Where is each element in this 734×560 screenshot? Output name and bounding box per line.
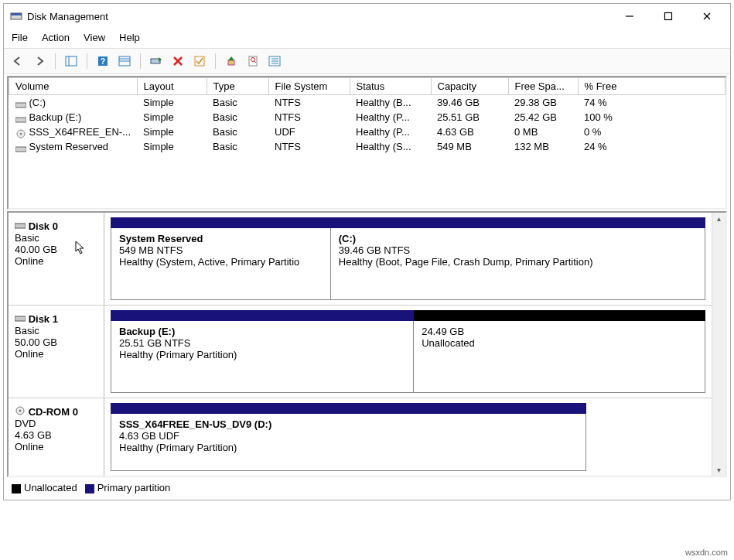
volume-pct: 100 % <box>578 110 725 125</box>
volume-fs: NTFS <box>268 139 350 154</box>
volume-capacity: 25.51 GB <box>431 110 508 125</box>
volume-list-pane: Volume Layout Type File System Status Ca… <box>7 76 727 210</box>
volume-layout: Simple <box>137 110 207 125</box>
svg-rect-31 <box>15 316 26 321</box>
checkbox-icon[interactable] <box>190 52 209 70</box>
col-filesystem[interactable]: File System <box>268 78 350 95</box>
disk-partitions: Backup (E:) 25.51 GB NTFS Healthy (Prima… <box>104 306 712 398</box>
svg-rect-25 <box>15 103 26 108</box>
partition-size: 24.49 GB <box>422 326 697 337</box>
scroll-down-icon[interactable]: ▾ <box>717 466 721 474</box>
partition-dvd[interactable]: SSS_X64FREE_EN-US_DV9 (D:) 4.63 GB UDF H… <box>111 414 585 470</box>
disk-row-cdrom0[interactable]: CD-ROM 0 DVD 4.63 GB Online SSS_X64FREE_… <box>9 398 712 476</box>
volume-pct: 74 % <box>578 95 725 111</box>
legend-unallocated: Unallocated <box>24 482 77 493</box>
partition-c[interactable]: (C:) 39.46 GB NTFS Healthy (Boot, Page F… <box>331 228 705 299</box>
partition-status: Healthy (Boot, Page File, Crash Dump, Pr… <box>339 256 697 268</box>
partition-size: 25.51 GB NTFS <box>119 337 405 349</box>
partition-title: (C:) <box>339 233 697 244</box>
close-button[interactable] <box>696 9 718 24</box>
col-status[interactable]: Status <box>350 78 431 95</box>
table-row[interactable]: Backup (E:) Simple Basic NTFS Healthy (P… <box>9 110 725 125</box>
col-type[interactable]: Type <box>207 78 268 95</box>
volume-capacity: 39.46 GB <box>431 95 508 111</box>
legend-primary: Primary partition <box>97 482 171 493</box>
volume-pct: 0 % <box>578 125 725 139</box>
col-layout[interactable]: Layout <box>137 78 207 95</box>
partition-stripe-primary <box>111 310 414 321</box>
scroll-up-icon[interactable]: ▴ <box>717 214 721 223</box>
disc-icon <box>15 406 26 418</box>
table-row[interactable]: SSS_X64FREE_EN-... Simple Basic UDF Heal… <box>9 125 725 139</box>
volume-capacity: 549 MB <box>431 139 508 154</box>
forward-button[interactable] <box>30 52 49 70</box>
toolbar-separator <box>215 53 216 69</box>
col-volume[interactable]: Volume <box>9 78 138 95</box>
help-icon[interactable]: ? <box>94 52 112 70</box>
svg-rect-16 <box>195 56 204 66</box>
partition-backup-e[interactable]: Backup (E:) 25.51 GB NTFS Healthy (Prima… <box>111 321 414 392</box>
col-capacity[interactable]: Capacity <box>431 78 508 95</box>
disk-label: Disk 1 Basic 50.00 GB Online <box>9 306 104 398</box>
back-button[interactable] <box>9 52 27 70</box>
svg-text:?: ? <box>101 57 105 66</box>
toolbar: ? <box>4 48 730 74</box>
volume-name: System Reserved <box>29 141 109 152</box>
minimize-button[interactable] <box>619 9 640 24</box>
volume-status: Healthy (B... <box>350 95 431 111</box>
show-hide-console-tree-icon[interactable] <box>62 52 80 70</box>
svg-rect-30 <box>15 224 26 228</box>
volume-type: Basic <box>207 95 268 111</box>
disk-type: Basic <box>15 232 97 244</box>
disk-row-disk1[interactable]: Disk 1 Basic 50.00 GB Online Backup (E:)… <box>9 306 712 398</box>
disk-size: 40.00 GB <box>15 244 97 255</box>
svg-rect-29 <box>15 147 26 152</box>
partition-title: Backup (E:) <box>119 326 405 337</box>
volume-fs: NTFS <box>268 110 350 125</box>
volume-layout: Simple <box>137 95 207 111</box>
volume-layout: Simple <box>137 139 207 154</box>
menu-view[interactable]: View <box>84 32 105 43</box>
partition-stripe-empty <box>586 403 705 414</box>
drive-icon <box>15 114 26 122</box>
rescan-disks-icon[interactable] <box>147 52 166 70</box>
volume-free: 0 MB <box>508 125 578 139</box>
partition-status: Unallocated <box>422 337 697 349</box>
properties-icon[interactable] <box>244 52 262 70</box>
app-icon <box>10 10 22 22</box>
titlebar: Disk Management <box>4 4 730 29</box>
volume-status: Healthy (S... <box>350 139 431 154</box>
menu-action[interactable]: Action <box>42 32 70 43</box>
menu-help[interactable]: Help <box>119 32 140 43</box>
partition-size: 4.63 GB UDF <box>119 430 578 442</box>
table-row[interactable]: System Reserved Simple Basic NTFS Health… <box>9 139 725 154</box>
list-view-icon[interactable] <box>265 52 284 70</box>
menu-file[interactable]: File <box>12 32 28 43</box>
partition-title: SSS_X64FREE_EN-US_DV9 (D:) <box>119 418 578 430</box>
disk-type: DVD <box>15 418 97 429</box>
window-controls <box>619 9 724 24</box>
partition-system-reserved[interactable]: System Reserved 549 MB NTFS Healthy (Sys… <box>111 228 331 299</box>
partition-unallocated[interactable]: 24.49 GB Unallocated <box>414 321 705 392</box>
volume-type: Basic <box>207 110 268 125</box>
swatch-primary <box>85 484 94 493</box>
partition-status: Healthy (Primary Partition) <box>119 349 405 360</box>
up-arrow-icon[interactable] <box>222 52 241 70</box>
col-pctfree[interactable]: % Free <box>578 78 725 95</box>
delete-icon[interactable] <box>169 52 187 70</box>
drive-icon <box>15 220 26 232</box>
drive-icon <box>15 144 26 152</box>
disk-state: Online <box>15 255 97 267</box>
maximize-button[interactable] <box>657 9 679 24</box>
svg-rect-26 <box>15 118 26 122</box>
col-freespace[interactable]: Free Spa... <box>508 78 578 95</box>
vertical-scrollbar[interactable]: ▴ ▾ <box>712 213 725 476</box>
disk-row-disk0[interactable]: Disk 0 Basic 40.00 GB Online System Rese… <box>9 213 712 306</box>
volume-table[interactable]: Volume Layout Type File System Status Ca… <box>9 77 725 208</box>
partition-size: 39.46 GB NTFS <box>339 244 697 256</box>
partition-stripe-unallocated <box>414 310 705 321</box>
table-row[interactable]: (C:) Simple Basic NTFS Healthy (B... 39.… <box>9 95 725 111</box>
volume-pct: 24 % <box>578 139 725 154</box>
action-list-icon[interactable] <box>115 52 134 70</box>
partition-status: Healthy (System, Active, Primary Partiti… <box>119 256 323 268</box>
